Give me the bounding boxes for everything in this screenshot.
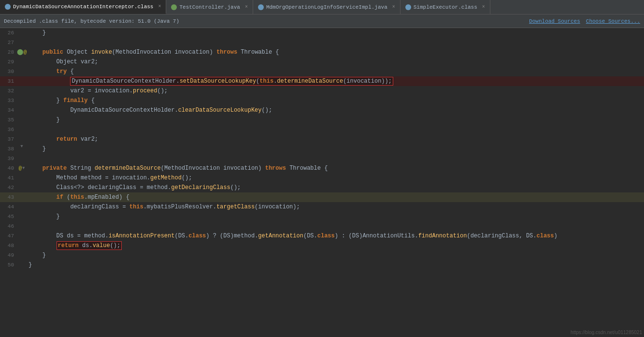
tab-dynamicdatasource[interactable]: DynamicDataSourceAnnotationInterceptor.c…	[0, 0, 166, 14]
tab-label-dynamicdatasource: DynamicDataSourceAnnotationInterceptor.c…	[13, 4, 153, 10]
line-content: Class<?> declaringClass = method.getDecl…	[27, 183, 644, 192]
line-number: 36	[0, 125, 17, 134]
run-icon: ⬤	[17, 47, 23, 57]
line-content: }	[27, 212, 644, 221]
line-number: 30	[0, 67, 17, 76]
table-row: 47 DS ds = method.isAnnotationPresent(DS…	[0, 231, 644, 241]
tab-icon-class	[5, 4, 11, 10]
table-row: 30 try {	[0, 67, 644, 76]
line-number: 29	[0, 57, 17, 67]
tab-close-testcontroller[interactable]: ×	[245, 4, 248, 10]
table-row: 39	[0, 154, 644, 163]
line-number: 28	[0, 47, 17, 57]
table-row: 46	[0, 221, 644, 231]
table-row: 27	[0, 38, 644, 47]
line-content: return var2;	[27, 134, 644, 144]
tab-mdmorg[interactable]: MdmOrgOperationLogInfoServiceImpl.java ×	[253, 0, 401, 14]
line-content: }	[27, 250, 644, 260]
table-row: 26 }	[0, 28, 644, 38]
table-row: 33 } finally {	[0, 96, 644, 105]
line-content: DynamicDataSourceContextHolder.clearData…	[27, 105, 644, 115]
line-number: 26	[0, 28, 17, 38]
info-bar-actions: Download Sources Choose Sources...	[529, 18, 640, 24]
table-row: 48 return ds.value();	[0, 241, 644, 250]
line-content: private String determineDataSource(Metho…	[27, 163, 644, 173]
table-row: 32 var2 = invocation.proceed();	[0, 86, 644, 96]
choose-sources-link[interactable]: Choose Sources...	[586, 18, 640, 24]
tab-icon-mdmorg	[258, 4, 264, 10]
line-number: 40	[0, 163, 17, 173]
tab-label-mdmorg: MdmOrgOperationLogInfoServiceImpl.java	[266, 4, 387, 10]
download-sources-link[interactable]: Download Sources	[529, 18, 580, 24]
table-row: 29 Object var2;	[0, 57, 644, 67]
line-content: Method method = invocation.getMethod();	[27, 173, 644, 183]
line-content: }	[27, 260, 644, 270]
line-number: 49	[0, 250, 17, 260]
line-number: 42	[0, 183, 17, 192]
line-number: 50	[0, 260, 17, 270]
line-content: var2 = invocation.proceed();	[27, 86, 644, 96]
tab-close-mdmorg[interactable]: ×	[392, 4, 395, 10]
info-bar: Decompiled .class file, bytecode version…	[0, 15, 644, 28]
table-row: 31 DynamicDataSourceContextHolder.setDat…	[0, 76, 644, 86]
table-row: 49 }	[0, 250, 644, 260]
line-number: 32	[0, 86, 17, 96]
line-content: }	[27, 115, 644, 125]
decompile-message: Decompiled .class file, bytecode version…	[4, 18, 179, 24]
line-number: 43	[0, 192, 17, 202]
line-content: public Object invoke(MethodInvocation in…	[27, 47, 644, 57]
tab-close-dynamicdatasource[interactable]: ×	[158, 4, 161, 9]
collapse-icon[interactable]: ▼	[20, 144, 23, 149]
line-content: DynamicDataSourceContextHolder.setDataSo…	[27, 76, 644, 86]
table-row: 42 Class<?> declaringClass = method.getD…	[0, 183, 644, 192]
line-number: 33	[0, 96, 17, 105]
tab-bar: DynamicDataSourceAnnotationInterceptor.c…	[0, 0, 644, 15]
table-row: 28 ⬤ @ public Object invoke(MethodInvoca…	[0, 47, 644, 57]
line-gutter: @ ▼	[17, 163, 27, 173]
table-row: 43 if (this.mpEnabled) {	[0, 192, 644, 202]
line-content: try {	[27, 67, 644, 76]
tab-icon-simpleexecutor	[405, 4, 411, 10]
line-number: 45	[0, 212, 17, 221]
line-number: 47	[0, 231, 17, 241]
line-number: 38	[0, 144, 17, 154]
line-number: 46	[0, 221, 17, 231]
line-number: 35	[0, 115, 17, 125]
watermark: https://blog.csdn.net/u011285021	[571, 330, 642, 335]
line-content: declaringClass = this.mybatisPlusResolve…	[27, 202, 644, 212]
table-row: 45 }	[0, 212, 644, 221]
table-row: 40 @ ▼ private String determineDataSourc…	[0, 163, 644, 173]
tab-simpleexecutor[interactable]: SimpleExecutor.class ×	[401, 0, 490, 14]
line-number: 41	[0, 173, 17, 183]
table-row: 44 declaringClass = this.mybatisPlusReso…	[0, 202, 644, 212]
tab-close-simpleexecutor[interactable]: ×	[482, 4, 485, 10]
table-row: 37 return var2;	[0, 134, 644, 144]
line-content: } finally {	[27, 96, 644, 105]
line-content: Object var2;	[27, 57, 644, 67]
table-row: 35 }	[0, 115, 644, 125]
code-editor[interactable]: 26 } 27 28 ⬤ @ public Object invoke(Meth…	[0, 28, 644, 337]
line-content: }	[27, 144, 644, 154]
table-row: 50 }	[0, 260, 644, 270]
line-number: 27	[0, 38, 17, 47]
at-icon: @	[18, 163, 22, 173]
line-gutter: ▼	[17, 144, 27, 149]
line-content: if (this.mpEnabled) {	[27, 192, 644, 202]
line-number: 39	[0, 154, 17, 163]
tab-icon-java	[171, 4, 177, 10]
table-row: 36	[0, 125, 644, 134]
line-content: }	[27, 28, 644, 38]
table-row: 41 Method method = invocation.getMethod(…	[0, 173, 644, 183]
table-row: 34 DynamicDataSourceContextHolder.clearD…	[0, 105, 644, 115]
line-number: 44	[0, 202, 17, 212]
collapse-icon-2[interactable]: ▼	[22, 166, 25, 171]
tab-label-testcontroller: TestController.java	[179, 4, 240, 10]
line-number: 34	[0, 105, 17, 115]
line-gutter: ⬤ @	[17, 47, 27, 57]
line-number: 37	[0, 134, 17, 144]
line-content: DS ds = method.isAnnotationPresent(DS.cl…	[27, 231, 644, 241]
tab-label-simpleexecutor: SimpleExecutor.class	[414, 4, 477, 10]
line-number: 48	[0, 241, 17, 250]
tab-testcontroller[interactable]: TestController.java ×	[166, 0, 253, 14]
line-content: return ds.value();	[27, 241, 644, 250]
